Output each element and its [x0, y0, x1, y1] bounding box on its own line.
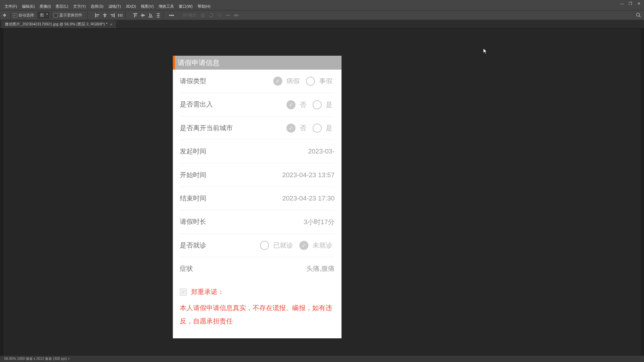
3d-roll-icon — [208, 13, 214, 18]
menu-edit[interactable]: 编辑(E) — [20, 4, 37, 9]
canvas[interactable]: 请假申请信息 请假类型 ✓ 病假 事假 是否需出入 ✓ 否 是 — [3, 29, 641, 359]
3d-camera-icon — [233, 13, 239, 18]
distribute-h-icon[interactable] — [117, 13, 123, 18]
svg-rect-28 — [227, 15, 229, 16]
commitment-checkbox[interactable]: ✓ — [180, 289, 187, 296]
menu-filter[interactable]: 滤镜(T) — [106, 4, 123, 9]
leave-request-form: 请假申请信息 请假类型 ✓ 病假 事假 是否需出入 ✓ 否 是 — [173, 56, 342, 338]
svg-line-31 — [639, 16, 641, 17]
label-need-inout: 是否需出入 — [180, 99, 213, 110]
more-options-icon[interactable]: ••• — [169, 13, 174, 18]
align-group-v — [132, 13, 161, 18]
menu-type[interactable]: 文字(Y) — [71, 4, 89, 9]
leave-city-options: ✓ 否 是 — [286, 124, 335, 133]
label-duration: 请假时长 — [180, 217, 206, 227]
auto-select-checkbox[interactable] — [13, 13, 17, 17]
radio-city-yes[interactable] — [313, 124, 322, 133]
svg-rect-18 — [148, 17, 153, 17]
radio-label-personal: 事假 — [319, 77, 332, 86]
restore-button[interactable]: ❐ — [628, 1, 633, 6]
status-text: 56.85% 1080 像素 x 2012 像素 (300 ppi) > — [4, 356, 70, 361]
svg-rect-29 — [234, 14, 237, 16]
radio-visited-no[interactable]: ✓ — [299, 241, 308, 250]
svg-rect-14 — [136, 14, 136, 16]
svg-rect-3 — [105, 13, 105, 17]
align-left-icon[interactable] — [94, 13, 100, 18]
menu-select[interactable]: 选择(S) — [88, 4, 106, 9]
close-tab-icon[interactable]: × — [110, 22, 112, 26]
distribute-v-icon[interactable] — [155, 13, 161, 18]
row-symptom: 症状 头痛,腹痛 — [180, 257, 335, 280]
row-duration: 请假时长 3小时17分 — [180, 210, 335, 234]
commitment-header: ✓ 郑重承诺： — [180, 288, 335, 297]
label-start-time: 开始时间 — [180, 170, 206, 180]
align-vcenter-icon[interactable] — [140, 13, 146, 18]
radio-inout-yes[interactable] — [313, 100, 322, 109]
svg-rect-9 — [118, 14, 119, 17]
form-body: 请假类型 ✓ 病假 事假 是否需出入 ✓ 否 是 是否离开当前城市 — [173, 70, 342, 338]
menu-file[interactable]: 文件(F) — [2, 4, 20, 9]
menu-help[interactable]: 帮助(H) — [195, 4, 213, 9]
visited-options: 已就诊 ✓ 未就诊 — [260, 241, 335, 250]
document-tab-label: 微信图片_20230423170921.jpg @ 56.9% (图层 2, R… — [5, 22, 107, 27]
svg-rect-4 — [103, 14, 107, 15]
label-visited: 是否就诊 — [180, 240, 206, 251]
align-group-h — [94, 13, 123, 18]
menu-3d[interactable]: 3D(D) — [123, 4, 138, 8]
radio-label-yes: 是 — [326, 124, 332, 133]
align-right-icon[interactable] — [110, 13, 115, 18]
svg-rect-13 — [134, 14, 135, 17]
move-tool-icon[interactable]: ✥ — [1, 11, 8, 19]
svg-rect-22 — [157, 15, 160, 16]
auto-select-target[interactable]: 图 — [38, 12, 49, 18]
minimize-button[interactable]: — — [620, 1, 624, 6]
svg-rect-8 — [112, 16, 114, 16]
separator — [10, 11, 11, 19]
auto-select-label: 自动选择: — [18, 13, 35, 18]
svg-rect-2 — [96, 16, 98, 16]
radio-visited-yes[interactable] — [260, 241, 269, 250]
align-hcenter-icon[interactable] — [102, 13, 108, 18]
menu-plugins[interactable]: 增效工具 — [156, 4, 176, 9]
window-controls: — ❐ ✕ — [617, 0, 644, 7]
menu-view[interactable]: 视图(V) — [138, 4, 156, 9]
row-end-time: 结束时间 2023-04-23 17:30 — [180, 187, 335, 210]
close-button[interactable]: ✕ — [636, 1, 641, 6]
svg-rect-1 — [96, 14, 99, 15]
align-top-icon[interactable] — [132, 13, 138, 18]
svg-point-25 — [202, 15, 203, 16]
value-symptom: 头痛,腹痛 — [306, 264, 335, 273]
app-titlebar — [0, 0, 644, 2]
show-transform-checkbox[interactable] — [54, 13, 58, 17]
radio-personal-leave[interactable] — [306, 77, 315, 86]
3d-pan-icon — [217, 13, 222, 18]
svg-rect-17 — [143, 14, 144, 16]
commitment-body: 本人请假申请信息真实，不存在谎报、瞒报，如有违反，自愿承担责任 — [180, 301, 335, 328]
svg-rect-20 — [151, 14, 152, 16]
menu-layer[interactable]: 图层(L) — [53, 4, 70, 9]
value-duration: 3小时17分 — [304, 218, 335, 227]
radio-label-no: 否 — [300, 124, 306, 133]
radio-label-visited: 已就诊 — [273, 241, 293, 250]
row-visited: 是否就诊 已就诊 ✓ 未就诊 — [180, 234, 335, 257]
svg-rect-23 — [157, 17, 160, 17]
search-icon[interactable] — [636, 13, 641, 19]
radio-sick-leave[interactable]: ✓ — [273, 77, 282, 86]
svg-rect-15 — [141, 15, 145, 16]
leave-type-options: ✓ 病假 事假 — [273, 77, 335, 86]
3d-orbit-icon — [200, 13, 206, 18]
document-tab[interactable]: 微信图片_20230423170921.jpg @ 56.9% (图层 2, R… — [1, 21, 116, 28]
svg-rect-19 — [150, 13, 150, 16]
3d-slide-icon — [225, 13, 231, 18]
menu-window[interactable]: 窗口(W) — [176, 4, 195, 9]
radio-inout-no[interactable]: ✓ — [286, 100, 296, 109]
svg-rect-12 — [133, 13, 137, 14]
align-bottom-icon[interactable] — [148, 13, 153, 18]
form-title: 请假申请信息 — [178, 58, 220, 68]
row-leave-city: 是否离开当前城市 ✓ 否 是 — [180, 117, 335, 140]
mouse-cursor-icon — [483, 48, 488, 54]
radio-city-no[interactable]: ✓ — [286, 124, 296, 133]
svg-rect-7 — [110, 14, 114, 15]
menu-image[interactable]: 图像(I) — [37, 4, 53, 9]
label-end-time: 结束时间 — [180, 193, 206, 204]
